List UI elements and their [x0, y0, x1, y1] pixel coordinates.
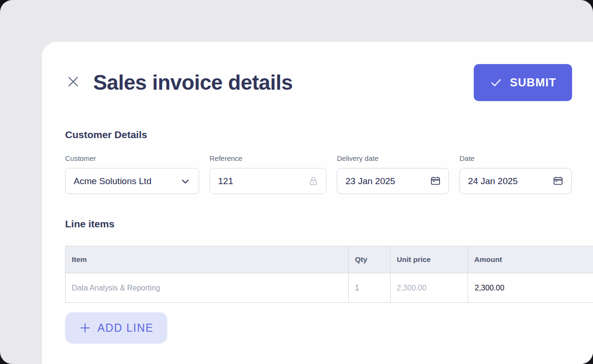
column-header-qty: Qty — [348, 246, 390, 273]
delivery-date-field: Delivery date 23 Jan 2025 — [337, 168, 449, 194]
qty-cell[interactable]: 1 — [348, 273, 390, 302]
column-header-amount: Amount — [468, 246, 593, 273]
table-header-row: Item Qty Unit price Amount — [66, 246, 593, 273]
customer-field-label: Customer — [65, 154, 96, 162]
lock-icon — [308, 176, 318, 186]
delivery-date-field-label: Delivery date — [337, 154, 379, 162]
check-icon — [489, 76, 503, 89]
customer-select[interactable]: Acme Solutions Ltd — [65, 168, 199, 194]
customer-details-heading: Customer Details — [65, 129, 147, 140]
reference-field: Reference 121 — [210, 168, 326, 194]
item-cell[interactable]: Data Analysis & Reporting — [66, 273, 348, 302]
date-input[interactable]: 24 Jan 2025 — [459, 168, 572, 194]
submit-button-label: SUBMIT — [510, 76, 556, 89]
submit-button[interactable]: SUBMIT — [474, 64, 572, 101]
date-field: Date 24 Jan 2025 — [459, 168, 572, 194]
delivery-date-value: 23 Jan 2025 — [345, 176, 430, 187]
app-backdrop: Sales invoice details SUBMIT Customer De… — [0, 0, 593, 364]
unit-price-cell[interactable]: 2,300.00 — [390, 273, 468, 302]
sales-invoice-modal: Sales invoice details SUBMIT Customer De… — [42, 42, 593, 364]
reference-field-label: Reference — [210, 154, 242, 162]
line-items-table: Item Qty Unit price Amount Data Analysis… — [65, 246, 593, 303]
reference-input-value: 121 — [218, 176, 308, 187]
customer-field: Customer Acme Solutions Ltd — [65, 168, 199, 194]
chevron-down-icon[interactable] — [180, 176, 191, 187]
customer-select-value: Acme Solutions Ltd — [74, 176, 180, 187]
add-line-button-label: ADD LINE — [97, 322, 153, 335]
calendar-icon[interactable] — [430, 176, 441, 187]
line-items-heading: Line items — [65, 218, 115, 230]
table-row: Data Analysis & Reporting 1 2,300.00 2,3… — [66, 273, 593, 302]
delivery-date-input[interactable]: 23 Jan 2025 — [337, 168, 449, 194]
date-field-label: Date — [459, 154, 475, 162]
close-icon — [66, 74, 81, 89]
amount-cell[interactable]: 2,300.00 — [468, 273, 593, 302]
reference-input[interactable]: 121 — [210, 168, 326, 194]
plus-icon — [79, 322, 91, 334]
add-line-button[interactable]: ADD LINE — [65, 312, 167, 344]
calendar-icon[interactable] — [553, 176, 564, 187]
page-title: Sales invoice details — [93, 70, 293, 95]
column-header-item: Item — [66, 246, 348, 273]
close-button[interactable] — [64, 72, 83, 91]
date-value: 24 Jan 2025 — [468, 176, 553, 187]
column-header-unit-price: Unit price — [390, 246, 468, 273]
